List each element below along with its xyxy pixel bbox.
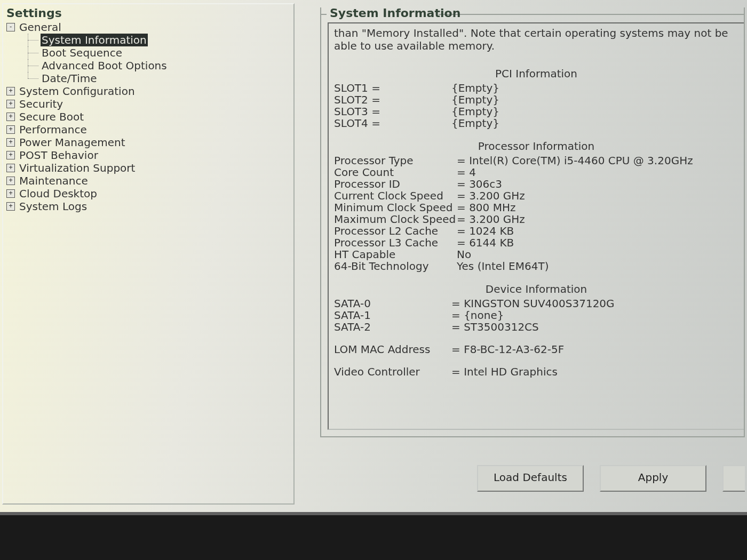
kv-value: Intel HD Graphics [451,366,738,378]
tree-item-virtualization-support[interactable]: + Virtualization Support [6,162,290,174]
kv-value: F8-BC-12-A3-62-5F [451,343,738,355]
button-bar: Load Defaults Apply [320,465,745,499]
kv-label: HT Capable [334,249,457,260]
pci-slots: SLOT1 = {Empty} SLOT2 = {Empty} SLOT3 = … [334,82,738,129]
expand-icon[interactable]: + [6,138,15,147]
expand-icon[interactable]: + [6,177,15,185]
tree-label: Secure Boot [18,110,85,123]
settings-tree-panel: Settings - General System Information Bo… [2,3,295,505]
tree-label: Advanced Boot Options [41,59,168,72]
kv-label: Minimum Clock Speed [334,202,457,213]
apply-button[interactable]: Apply [600,465,706,492]
tree-item-maintenance[interactable]: + Maintenance [6,174,290,187]
system-information-panel: System Information than "Memory Installe… [320,7,745,437]
kv-label: 64-Bit Technology [334,260,457,272]
kv-label: Processor ID [334,178,457,190]
tree-item-boot-sequence[interactable]: Boot Sequence [6,46,290,59]
kv-value: 6144 KB [457,237,738,249]
kv-label: SLOT3 = [334,106,451,117]
tree-label: Power Management [18,136,126,149]
tree-label: Cloud Desktop [18,187,98,200]
processor-section-title: Processor Information [334,140,738,153]
device-extra2: Video Controller Intel HD Graphics [334,366,738,378]
kv-label: SATA-2 [334,321,451,333]
processor-info: Processor Type Intel(R) Core(TM) i5-4460… [334,155,738,272]
kv-value: {Empty} [451,117,738,129]
tree-label: Performance [18,123,88,136]
kv-value: 800 MHz [457,202,738,213]
kv-value: 1024 KB [457,225,738,237]
tree-item-cloud-desktop[interactable]: + Cloud Desktop [6,187,290,200]
kv-value: Intel(R) Core(TM) i5-4460 CPU @ 3.20GHz [457,155,738,166]
kv-label: SATA-0 [334,298,451,309]
kv-label: Current Clock Speed [334,190,457,202]
kv-value: Yes (Intel EM64T) [457,260,738,272]
monitor-bezel [0,512,747,560]
load-defaults-button[interactable]: Load Defaults [477,465,584,492]
tree-item-system-logs[interactable]: + System Logs [6,200,290,213]
kv-label: Maximum Clock Speed [334,213,457,225]
kv-value: {Empty} [451,106,738,117]
tree-label: POST Behavior [18,149,99,162]
kv-value: {none} [451,309,738,321]
tree-item-power-management[interactable]: + Power Management [6,136,290,149]
tree-item-general[interactable]: - General [6,21,290,34]
tree-label: Boot Sequence [41,46,123,59]
expand-icon[interactable]: + [6,100,15,108]
device-extra: LOM MAC Address F8-BC-12-A3-62-5F [334,343,738,355]
kv-label: SLOT2 = [334,94,451,106]
kv-label: SLOT4 = [334,117,451,129]
tree-item-advanced-boot-options[interactable]: Advanced Boot Options [6,59,290,72]
kv-label: SATA-1 [334,309,451,321]
expand-icon[interactable]: + [6,189,15,198]
tree-item-system-configuration[interactable]: + System Configuration [6,85,290,98]
tree-item-security[interactable]: + Security [6,98,290,110]
expand-icon[interactable]: + [6,113,15,121]
kv-label: Processor Type [334,155,457,166]
tree-item-post-behavior[interactable]: + POST Behavior [6,149,290,162]
tree-label: System Configuration [18,85,136,98]
info-box: than "Memory Installed". Note that certa… [328,22,744,430]
tree-item-system-information[interactable]: System Information [6,34,290,46]
kv-label: Processor L3 Cache [334,237,457,249]
tree-item-date-time[interactable]: Date/Time [6,72,290,85]
collapse-icon[interactable]: - [6,23,15,31]
kv-value: No [457,249,738,260]
tree-label: System Logs [18,200,88,213]
device-sata: SATA-0 KINGSTON SUV400S37120G SATA-1 {no… [334,298,738,333]
tree-item-performance[interactable]: + Performance [6,123,290,136]
expand-icon[interactable]: + [6,125,15,134]
tree-label: Virtualization Support [18,162,136,174]
kv-value: 306c3 [457,178,738,190]
kv-value: {Empty} [451,94,738,106]
kv-label: SLOT1 = [334,82,451,94]
kv-value: KINGSTON SUV400S37120G [451,298,738,309]
panel-legend: System Information [328,6,463,20]
settings-tree: - General System Information Boot Sequen… [6,21,290,213]
tree-label: General [18,21,62,34]
memory-note-text: than "Memory Installed". Note that certa… [334,27,738,52]
kv-label: Core Count [334,166,457,178]
pci-section-title: PCI Information [334,67,738,80]
settings-title: Settings [6,6,290,20]
tree-label: Date/Time [41,72,98,85]
kv-value: 3.200 GHz [457,213,738,225]
expand-icon[interactable]: + [6,164,15,172]
exit-button-partial[interactable] [722,465,745,492]
kv-value: 3.200 GHz [457,190,738,202]
kv-value: ST3500312CS [451,321,738,333]
kv-label: Video Controller [334,366,451,378]
expand-icon[interactable]: + [6,202,15,211]
tree-label: Security [18,98,64,110]
kv-value: 4 [457,166,738,178]
kv-label: LOM MAC Address [334,343,451,355]
expand-icon[interactable]: + [6,151,15,159]
expand-icon[interactable]: + [6,87,15,95]
kv-label: Processor L2 Cache [334,225,457,237]
tree-item-secure-boot[interactable]: + Secure Boot [6,110,290,123]
tree-label: Maintenance [18,174,89,187]
device-section-title: Device Information [334,283,738,295]
kv-value: {Empty} [451,82,738,94]
tree-label: System Information [41,34,148,46]
